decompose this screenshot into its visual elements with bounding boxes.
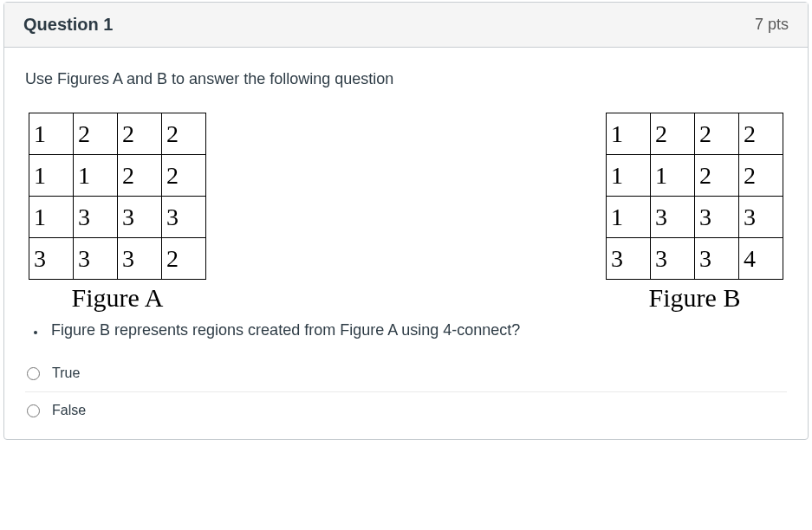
table-row: 3 3 3 4 (607, 238, 783, 280)
question-body: Use Figures A and B to answer the follow… (4, 48, 808, 439)
table-row: 1 3 3 3 (29, 197, 206, 238)
grid-cell: 2 (118, 155, 162, 197)
grid-cell: 3 (607, 238, 651, 280)
grid-cell: 2 (162, 238, 206, 280)
table-row: 1 3 3 3 (607, 197, 783, 238)
figure-b-caption: Figure B (649, 283, 741, 313)
grid-cell: 1 (607, 155, 651, 197)
question-card: Question 1 7 pts Use Figures A and B to … (3, 2, 809, 440)
question-header: Question 1 7 pts (4, 3, 808, 48)
figure-a-block: 1 2 2 2 1 1 2 2 1 3 3 3 (29, 113, 206, 313)
grid-cell: 3 (162, 197, 206, 238)
figures-row: 1 2 2 2 1 1 2 2 1 3 3 3 (25, 113, 787, 313)
question-bullet-list: Figure B represents regions created from… (29, 321, 787, 339)
grid-cell: 2 (651, 113, 695, 155)
grid-cell: 3 (695, 238, 739, 280)
grid-cell: 3 (74, 197, 118, 238)
grid-cell: 1 (29, 197, 74, 238)
grid-cell: 3 (74, 238, 118, 280)
grid-cell: 1 (607, 197, 651, 238)
grid-cell: 1 (29, 113, 74, 155)
grid-cell: 3 (651, 197, 695, 238)
grid-cell: 3 (29, 238, 74, 280)
grid-cell: 4 (739, 238, 783, 280)
answer-true-label[interactable]: True (52, 365, 80, 381)
question-points: 7 pts (755, 16, 789, 34)
answer-false-radio[interactable] (27, 404, 40, 417)
answer-false-label[interactable]: False (52, 403, 86, 418)
grid-cell: 2 (74, 113, 118, 155)
figure-b-block: 1 2 2 2 1 1 2 2 1 3 3 3 (606, 113, 783, 313)
question-bullet: Figure B represents regions created from… (46, 321, 787, 339)
figure-b-grid: 1 2 2 2 1 1 2 2 1 3 3 3 (606, 113, 783, 280)
question-title: Question 1 (23, 15, 113, 35)
grid-cell: 3 (651, 238, 695, 280)
grid-cell: 2 (162, 113, 206, 155)
grid-cell: 3 (739, 197, 783, 238)
answers-block: True False (25, 355, 787, 429)
table-row: 3 3 3 2 (29, 238, 206, 280)
grid-cell: 2 (162, 155, 206, 197)
grid-cell: 1 (29, 155, 74, 197)
table-row: 1 1 2 2 (29, 155, 206, 197)
instruction-text: Use Figures A and B to answer the follow… (25, 70, 787, 88)
grid-cell: 1 (651, 155, 695, 197)
grid-cell: 1 (74, 155, 118, 197)
answer-false-row[interactable]: False (25, 392, 787, 429)
figure-a-grid: 1 2 2 2 1 1 2 2 1 3 3 3 (29, 113, 206, 280)
figure-a-caption: Figure A (72, 283, 164, 313)
grid-cell: 2 (739, 113, 783, 155)
answer-true-radio[interactable] (27, 367, 40, 380)
table-row: 1 2 2 2 (29, 113, 206, 155)
grid-cell: 2 (118, 113, 162, 155)
grid-cell: 2 (739, 155, 783, 197)
grid-cell: 2 (695, 113, 739, 155)
grid-cell: 3 (118, 238, 162, 280)
grid-cell: 1 (607, 113, 651, 155)
answer-true-row[interactable]: True (25, 355, 787, 392)
table-row: 1 2 2 2 (607, 113, 783, 155)
grid-cell: 2 (695, 155, 739, 197)
table-row: 1 1 2 2 (607, 155, 783, 197)
grid-cell: 3 (118, 197, 162, 238)
grid-cell: 3 (695, 197, 739, 238)
